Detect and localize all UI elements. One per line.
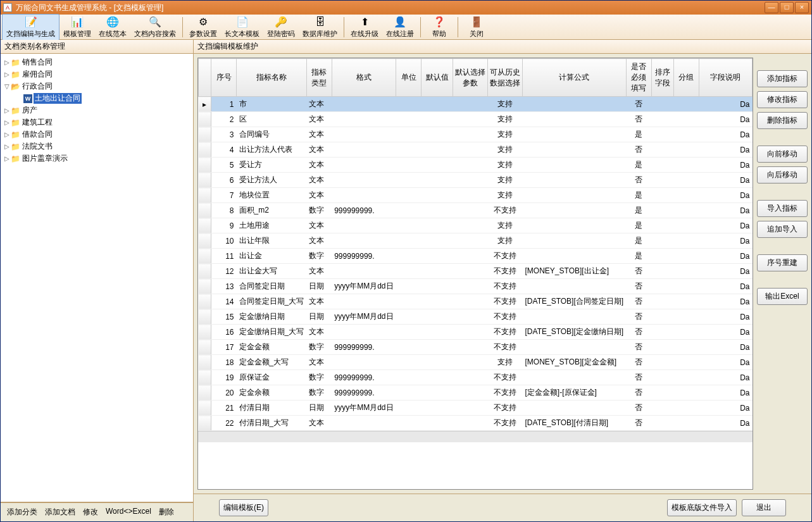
toolbar-帮助[interactable]: ❓帮助 (423, 15, 455, 40)
folder-icon: 📁 (11, 106, 21, 115)
side-btn-追加导入[interactable]: 追加导入 (757, 221, 808, 238)
main-toolbar: 📝文挡编辑与生成📊模板管理🌐在线范本🔍文档内容搜索⚙参数设置📄长文本模板🔑登陆密… (1, 15, 811, 40)
edit-template-button[interactable]: 编辑模板(E) (219, 499, 268, 516)
table-row[interactable]: ▸ 1 市 文本 支持 否 Da (199, 97, 753, 112)
toolbar-文挡编辑与生成[interactable]: 📝文挡编辑与生成 (2, 14, 59, 40)
tree-item-销售合同[interactable]: ▷📁销售合同 (3, 56, 191, 68)
bottom-bar: 编辑模板(E) 模板底版文件导入 退出 (194, 494, 811, 521)
col-header[interactable]: 计算公式 (523, 59, 627, 97)
col-header[interactable]: 默认选择参数 (453, 59, 488, 97)
tree-item-土地出让合同[interactable]: W土地出让合同 (16, 92, 191, 104)
category-tree[interactable]: ▷📁销售合同▷📁雇佣合同▽📂行政合同W土地出让合同▷📁房产▷📁建筑工程▷📁借款合… (1, 54, 193, 502)
table-row[interactable]: 21 付清日期 日期 yyyy年MM月dd日 不支持 否 Da (199, 401, 753, 416)
tree-toggle-icon[interactable]: ▽ (3, 83, 11, 90)
side-btn-向后移动[interactable]: 向后移动 (757, 166, 808, 183)
table-row[interactable]: 11 出让金 数字 999999999. 不支持 是 Da (199, 249, 753, 264)
side-btn-导入指标[interactable]: 导入指标 (757, 200, 808, 217)
table-row[interactable]: 12 出让金大写 文本 不支持 [MONEY_STOB][出让金] 否 Da (199, 264, 753, 279)
side-btn-修改指标[interactable]: 修改指标 (757, 91, 808, 108)
col-header[interactable]: 单位 (396, 59, 422, 97)
toolbar-关闭[interactable]: 🚪关闭 (461, 15, 492, 40)
table-row[interactable]: 18 定金金额_大写 文本 支持 [MONEY_STOB][定金金额] 否 Da (199, 355, 753, 370)
minimize-button[interactable]: — (765, 2, 778, 13)
toolbar-参数设置[interactable]: ⚙参数设置 (185, 15, 221, 40)
col-header[interactable]: 指标类型 (306, 59, 332, 97)
tree-item-建筑工程[interactable]: ▷📁建筑工程 (3, 116, 191, 128)
tree-item-雇佣合同[interactable]: ▷📁雇佣合同 (3, 68, 191, 80)
tree-item-图片盖章演示[interactable]: ▷📁图片盖章演示 (3, 152, 191, 165)
tree-toggle-icon[interactable]: ▷ (3, 107, 11, 114)
toolbar-模板管理[interactable]: 📊模板管理 (59, 15, 95, 40)
footer-修改[interactable]: 修改 (83, 507, 98, 518)
数据库维护-icon: 🗄 (314, 16, 327, 28)
side-btn-添加指标[interactable]: 添加指标 (757, 70, 808, 87)
window-title: 万能合同文书生成管理系统 - [文挡模板管理] (16, 3, 765, 13)
在线范本-icon: 🌐 (106, 16, 119, 28)
table-row[interactable]: 9 土地用途 文本 支持 是 Da (199, 218, 753, 233)
folder-icon: 📁 (11, 118, 21, 127)
tree-toggle-icon[interactable]: ▷ (3, 143, 11, 150)
footer-Word<>Excel[interactable]: Word<>Excel (106, 507, 151, 518)
tree-toggle-icon[interactable]: ▷ (3, 131, 11, 138)
tree-toggle-icon[interactable]: ▷ (3, 71, 11, 78)
col-header[interactable]: 序号 (211, 59, 237, 97)
col-header[interactable]: 分组 (673, 59, 699, 97)
长文本模板-icon: 📄 (236, 16, 249, 28)
col-header[interactable]: 可从历史数据选择 (488, 59, 523, 97)
table-row[interactable]: 5 受让方 文本 支持 是 Da (199, 158, 753, 173)
footer-添加文档[interactable]: 添加文档 (45, 507, 75, 518)
side-btn-输出Excel[interactable]: 输出Excel (757, 288, 808, 305)
table-row[interactable]: 19 原保证金 数字 999999999. 不支持 否 Da (199, 370, 753, 385)
horizontal-scrollbar[interactable] (198, 431, 753, 442)
word-icon: W (23, 94, 32, 103)
toolbar-登陆密码[interactable]: 🔑登陆密码 (263, 15, 299, 40)
maximize-button[interactable]: □ (780, 2, 794, 13)
col-header[interactable]: 格式 (332, 59, 396, 97)
文档内容搜索-icon: 🔍 (149, 16, 161, 28)
toolbar-长文本模板[interactable]: 📄长文本模板 (221, 15, 263, 40)
tree-header: 文档类别名称管理 (1, 40, 193, 54)
col-header[interactable]: 字段说明 (699, 59, 752, 97)
col-header[interactable]: 默认值 (422, 59, 453, 97)
col-header[interactable]: 是否必须填写 (626, 59, 651, 97)
toolbar-文档内容搜索[interactable]: 🔍文档内容搜索 (130, 15, 180, 40)
side-btn-向前移动[interactable]: 向前移动 (757, 146, 808, 163)
table-row[interactable]: 6 受让方法人 文本 支持 否 Da (199, 173, 753, 188)
table-row[interactable]: 4 出让方法人代表 文本 支持 否 Da (199, 142, 753, 158)
tree-toggle-icon[interactable]: ▷ (3, 59, 11, 66)
toolbar-在线注册[interactable]: 👤在线注册 (382, 15, 418, 40)
exit-button[interactable]: 退出 (742, 499, 786, 516)
table-row[interactable]: 22 付清日期_大写 文本 不支持 [DATE_STOB][付清日期] 否 Da (199, 416, 753, 431)
side-btn-删除指标[interactable]: 删除指标 (757, 112, 808, 129)
table-row[interactable]: 10 出让年限 文本 支持 是 Da (199, 233, 753, 249)
tree-item-法院文书[interactable]: ▷📁法院文书 (3, 140, 191, 152)
table-row[interactable]: 16 定金缴纳日期_大写 文本 不支持 [DATE_STOB][定金缴纳日期] … (199, 325, 753, 340)
indicator-grid[interactable]: 序号指标名称指标类型格式单位默认值默认选择参数可从历史数据选择计算公式是否必须填… (197, 58, 753, 490)
tree-item-房产[interactable]: ▷📁房产 (3, 104, 191, 116)
side-btn-序号重建[interactable]: 序号重建 (757, 254, 808, 271)
tree-item-借款合同[interactable]: ▷📁借款合同 (3, 128, 191, 140)
table-row[interactable]: 7 地块位置 文本 支持 是 Da (199, 188, 753, 203)
col-header[interactable]: 指标名称 (237, 59, 307, 97)
toolbar-数据库维护[interactable]: 🗄数据库维护 (299, 15, 341, 40)
table-row[interactable]: 17 定金金额 数字 999999999. 不支持 否 Da (199, 340, 753, 355)
col-header[interactable]: 排序字段 (651, 59, 673, 97)
toolbar-在线升级[interactable]: ⬆在线升级 (347, 15, 382, 40)
table-row[interactable]: 15 定金缴纳日期 日期 yyyy年MM月dd日 不支持 否 Da (199, 309, 753, 325)
tree-toggle-icon[interactable]: ▷ (3, 155, 11, 162)
footer-添加分类[interactable]: 添加分类 (7, 507, 37, 518)
tree-item-行政合同[interactable]: ▽📂行政合同 (3, 80, 191, 92)
table-row[interactable]: 14 合同签定日期_大写 文本 不支持 [DATE_STOB][合同签定日期] … (199, 294, 753, 309)
app-icon: A (3, 3, 12, 12)
table-row[interactable]: 2 区 文本 支持 否 Da (199, 112, 753, 127)
table-row[interactable]: 3 合同编号 文本 支持 是 Da (199, 127, 753, 142)
table-row[interactable]: 20 定金余额 数字 999999999. 不支持 [定金金额]-[原保证金] … (199, 385, 753, 401)
参数设置-icon: ⚙ (197, 16, 209, 28)
table-row[interactable]: 13 合同签定日期 日期 yyyy年MM月dd日 不支持 否 Da (199, 279, 753, 294)
table-row[interactable]: 8 面积_m2 数字 999999999. 不支持 是 Da (199, 203, 753, 218)
import-template-button[interactable]: 模板底版文件导入 (667, 499, 737, 516)
tree-toggle-icon[interactable]: ▷ (3, 119, 11, 126)
toolbar-在线范本[interactable]: 🌐在线范本 (95, 15, 130, 40)
close-button[interactable]: × (795, 2, 809, 13)
footer-删除[interactable]: 删除 (159, 507, 174, 518)
